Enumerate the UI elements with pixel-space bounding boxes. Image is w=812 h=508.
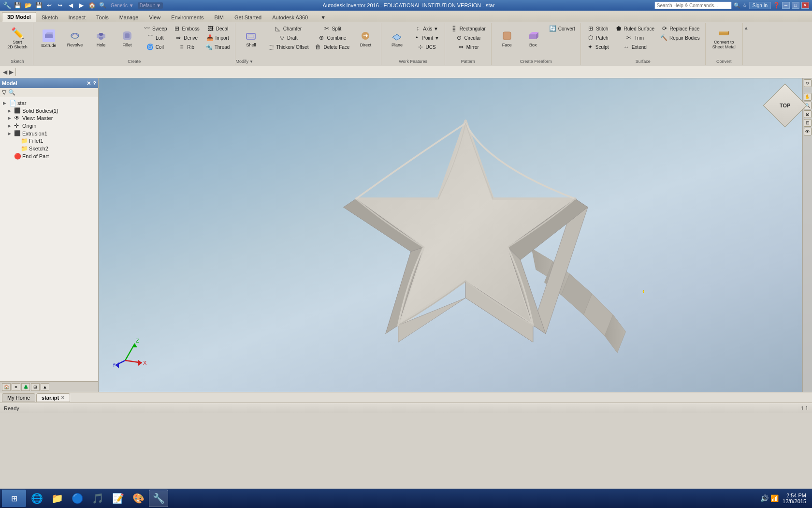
panel-tree-btn[interactable]: 🌲 xyxy=(21,383,30,391)
tree-item-fillet1[interactable]: ▶ 📁 Fillet1 xyxy=(1,137,97,145)
qa-undo-btn[interactable]: ↩ xyxy=(45,1,54,10)
origin-expander[interactable]: ▶ xyxy=(8,123,13,128)
taskbar-chrome-btn[interactable]: 🔵 xyxy=(68,490,87,507)
extend-btn[interactable]: ↔Extend xyxy=(620,43,649,51)
delete-face-btn[interactable]: 🗑Delete Face xyxy=(312,43,352,51)
model-close-btn[interactable]: ✕ xyxy=(87,80,91,87)
tool-zoom-window-btn[interactable]: ⊡ xyxy=(804,119,812,127)
minimize-btn[interactable]: ─ xyxy=(782,2,790,9)
revolve-btn[interactable]: Revolve xyxy=(62,24,87,53)
tree-item-solid-bodies[interactable]: ▶ ⬛ Solid Bodies(1) xyxy=(1,107,97,114)
panel-home-btn[interactable]: 🏠 xyxy=(2,383,11,391)
panel-up-btn[interactable]: ▲ xyxy=(41,383,49,391)
project-dropdown[interactable]: Default ▼ xyxy=(138,2,163,9)
qa-forward-btn[interactable]: ▶ xyxy=(77,1,86,10)
sign-in-btn[interactable]: Sign In xyxy=(749,2,771,9)
box-freeform-btn[interactable]: Box xyxy=(521,24,546,53)
canvas-area[interactable]: TOP ⟳ ✋ 🔍 ⊠ ⊡ 👁 xyxy=(99,78,812,392)
tool-orbit-btn[interactable]: ⟳ xyxy=(804,79,812,87)
start-2d-sketch-btn[interactable]: ✏️ Start2D Sketch xyxy=(5,24,30,53)
ribbon-collapse-btn[interactable]: ▲ xyxy=(743,23,750,65)
tab-my-home[interactable]: My Home xyxy=(2,393,35,402)
search-icon[interactable]: 🔍 xyxy=(734,2,740,9)
tree-item-sketch2[interactable]: ▶ 📁 Sketch2 xyxy=(1,145,97,152)
draft-btn[interactable]: ▽Draft xyxy=(276,33,300,42)
coil-btn[interactable]: 🌀Coil xyxy=(144,43,166,51)
tree-item-origin[interactable]: ▶ ✛ Origin xyxy=(1,122,97,130)
view-master-expander[interactable]: ▶ xyxy=(8,116,13,120)
taskbar-folder-btn[interactable]: 📁 xyxy=(47,490,67,507)
taskbar-inventor-btn[interactable]: 🔧 xyxy=(149,490,168,507)
help-icon[interactable]: ❓ xyxy=(773,2,780,9)
profile-dropdown[interactable]: Generic ▼ xyxy=(111,3,134,8)
ruled-surface-btn[interactable]: ⬟Ruled Surface xyxy=(612,24,657,33)
sweep-btn[interactable]: 〰Sweep xyxy=(141,24,170,33)
solid-bodies-expander[interactable]: ▶ xyxy=(8,108,13,113)
mirror-btn[interactable]: ⇔Mirror xyxy=(455,43,481,51)
tool-look-btn[interactable]: 👁 xyxy=(804,128,812,135)
tree-item-end-of-part[interactable]: ▶ 🔴 End of Part xyxy=(1,152,97,160)
qa-zoom-btn[interactable]: 🔍 xyxy=(98,1,107,10)
tree-item-extrusion1[interactable]: ▶ ⬛ Extrusion1 xyxy=(1,130,97,137)
panel-grid-btn[interactable]: ⊞ xyxy=(31,383,40,391)
direct-btn[interactable]: Direct xyxy=(353,24,378,53)
sculpt-btn[interactable]: ✦Sculpt xyxy=(584,43,611,51)
axis-btn[interactable]: ↕Axis ▼ xyxy=(411,24,441,33)
star-expander[interactable]: ▶ xyxy=(3,101,8,105)
search-input[interactable] xyxy=(654,1,732,9)
start-btn[interactable]: ⊞ xyxy=(2,490,26,507)
qa-back-btn[interactable]: ◀ xyxy=(66,1,75,10)
replace-face-btn[interactable]: ⟳Replace Face xyxy=(658,24,702,33)
qa-redo-btn[interactable]: ↪ xyxy=(56,1,64,10)
extrude-btn[interactable]: Extrude xyxy=(36,24,61,53)
tab-get-started[interactable]: Get Started xyxy=(229,12,267,22)
tab-view[interactable]: View xyxy=(144,12,166,22)
favorites-icon[interactable]: ☆ xyxy=(742,2,747,9)
qa-home-btn[interactable]: 🏠 xyxy=(87,1,96,10)
rib-btn[interactable]: ≡Rib xyxy=(175,43,197,51)
convert-to-sheet-metal-btn[interactable]: Convert toSheet Metal xyxy=(709,24,740,53)
taskbar-media-btn[interactable]: 🎵 xyxy=(88,490,107,507)
viewcube[interactable]: TOP xyxy=(766,86,804,125)
repair-bodies-btn[interactable]: 🔨Repair Bodies xyxy=(658,33,702,42)
qa-open-btn[interactable]: 📂 xyxy=(24,1,32,10)
filter-icon[interactable]: ▽ xyxy=(2,89,6,96)
tab-inspect[interactable]: Inspect xyxy=(63,12,91,22)
shell-btn[interactable]: Shell xyxy=(238,24,263,53)
panel-list-btn[interactable]: ≡ xyxy=(12,383,20,391)
circular-btn[interactable]: ⊙Circular xyxy=(453,33,483,42)
emboss-btn[interactable]: ⊞Emboss xyxy=(171,24,202,33)
trim-btn[interactable]: ✂Trim xyxy=(623,33,646,42)
derive-btn[interactable]: ⇒Derive xyxy=(172,33,200,42)
tree-item-view-master[interactable]: ▶ 👁 View: Master xyxy=(1,114,97,122)
thicken-offset-btn[interactable]: ⬚Thicken/ Offset xyxy=(264,43,311,51)
stitch-btn[interactable]: ⊞Stitch xyxy=(584,24,610,33)
nav-back-btn[interactable]: ◀ xyxy=(3,69,7,75)
tab-star-ipt[interactable]: star.ipt ✕ xyxy=(36,393,70,402)
tab-3d-model[interactable]: 3D Model xyxy=(2,12,36,22)
chamfer-btn[interactable]: ◺Chamfer xyxy=(272,24,304,33)
qa-save-btn[interactable]: 💾 xyxy=(34,1,43,10)
rectangular-btn[interactable]: ⣿Rectangular xyxy=(448,24,488,33)
ucs-btn[interactable]: ⊹UCS xyxy=(414,43,438,51)
freeform-face-btn[interactable]: Face xyxy=(494,24,520,53)
hole-btn[interactable]: Hole xyxy=(88,24,114,53)
tool-zoom-all-btn[interactable]: ⊠ xyxy=(804,110,812,118)
tab-bim[interactable]: BIM xyxy=(209,12,229,22)
taskbar-ie-btn[interactable]: 🌐 xyxy=(27,490,46,507)
tab-tools[interactable]: Tools xyxy=(91,12,114,22)
taskbar-paint-btn[interactable]: 🎨 xyxy=(129,490,148,507)
tab-manage[interactable]: Manage xyxy=(114,12,144,22)
convert-freeform-btn[interactable]: 🔄Convert xyxy=(547,24,578,33)
tab-sketch[interactable]: Sketch xyxy=(36,12,63,22)
tab-environments[interactable]: Environments xyxy=(166,12,209,22)
thread-btn[interactable]: 🔩Thread xyxy=(203,43,232,51)
extrusion1-expander[interactable]: ▶ xyxy=(8,131,13,136)
viewcube-face[interactable]: TOP xyxy=(763,84,807,128)
restore-btn[interactable]: □ xyxy=(792,2,799,9)
taskbar-word-btn[interactable]: 📝 xyxy=(108,490,128,507)
fillet-btn[interactable]: Fillet xyxy=(115,24,140,53)
combine-btn[interactable]: ⊕Combine xyxy=(315,33,348,42)
close-btn[interactable]: ✕ xyxy=(801,2,809,9)
point-btn[interactable]: •Point ▼ xyxy=(410,33,441,42)
